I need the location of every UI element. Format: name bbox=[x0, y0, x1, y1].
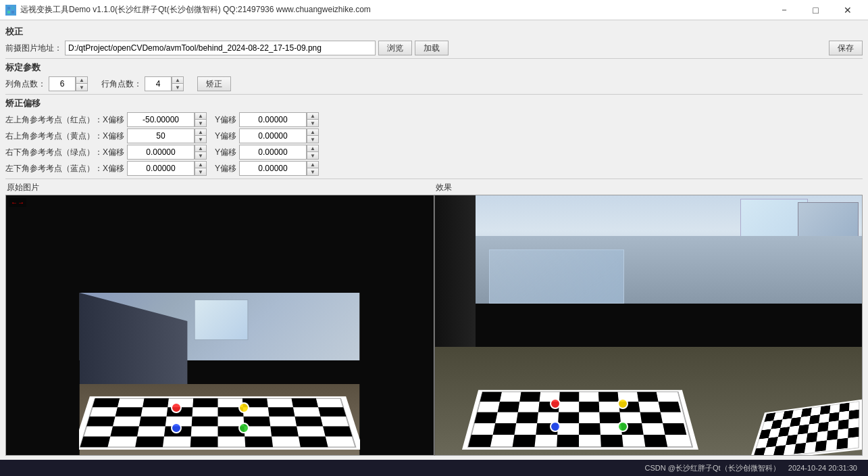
svg-rect-53 bbox=[468, 435, 493, 447]
x-down-0[interactable]: ▼ bbox=[195, 120, 206, 126]
svg-rect-52 bbox=[663, 423, 686, 435]
y-spinbox-2: ▲ ▼ bbox=[239, 145, 319, 160]
marker-blue-left bbox=[171, 423, 182, 433]
x-up-0[interactable]: ▲ bbox=[195, 113, 206, 120]
svg-rect-24 bbox=[271, 426, 299, 436]
x-label-2: X偏移 bbox=[103, 147, 124, 158]
restore-button[interactable]: □ bbox=[800, 3, 831, 18]
y-arrows-0: ▲ ▼ bbox=[307, 112, 319, 127]
x-input-1[interactable] bbox=[127, 128, 195, 143]
params-title: 标定参数 bbox=[5, 62, 863, 74]
offset-row-3: 左下角参考考点（蓝点）： X偏移 ▲ ▼ Y偏移 ▲ ▼ bbox=[5, 161, 863, 176]
correction-offset-section: 矫正偏移 左上角参考考点（红点）： X偏移 ▲ ▼ Y偏移 ▲ bbox=[5, 97, 863, 176]
main-content: 校正 前摄图片地址： 浏览 加载 保存 标定参数 列角点数： ▲ ▼ 行 bbox=[0, 20, 868, 460]
x-down-2[interactable]: ▼ bbox=[195, 152, 206, 159]
red-indicator: ←→ bbox=[9, 198, 26, 207]
svg-rect-54 bbox=[512, 435, 536, 447]
y-down-0[interactable]: ▼ bbox=[307, 120, 318, 126]
svg-rect-15 bbox=[318, 407, 346, 416]
x-down-3[interactable]: ▼ bbox=[195, 168, 206, 175]
calibrate-button[interactable]: 矫正 bbox=[197, 76, 231, 91]
svg-rect-74 bbox=[838, 419, 849, 429]
marker-red-left bbox=[171, 402, 182, 413]
x-down-1[interactable]: ▼ bbox=[195, 136, 206, 143]
y-input-3[interactable] bbox=[239, 161, 307, 176]
footer-text: CSDN @长沙红胖子Qt（长沙创微智科） 2024-10-24 20:31:3… bbox=[645, 463, 857, 473]
x-label-0: X偏移 bbox=[103, 114, 124, 126]
path-input[interactable] bbox=[65, 41, 376, 55]
svg-rect-30 bbox=[299, 437, 328, 448]
svg-rect-0 bbox=[7, 7, 10, 9]
svg-rect-84 bbox=[836, 438, 848, 450]
y-arrows-1: ▲ ▼ bbox=[307, 128, 319, 143]
x-input-3[interactable] bbox=[127, 161, 195, 176]
offset-row-1: 右上角参考考点（黄点）： X偏移 ▲ ▼ Y偏移 ▲ ▼ bbox=[5, 128, 863, 143]
titlebar-controls: － □ ✕ bbox=[769, 3, 863, 18]
save-button[interactable]: 保存 bbox=[829, 41, 863, 55]
y-up-2[interactable]: ▲ bbox=[307, 145, 318, 152]
browse-button[interactable]: 浏览 bbox=[378, 41, 412, 55]
correction-offset-title: 矫正偏移 bbox=[5, 97, 863, 110]
y-arrows-3: ▲ ▼ bbox=[307, 161, 319, 176]
x-label-3: X偏移 bbox=[103, 163, 124, 174]
col-corners-input[interactable] bbox=[49, 76, 76, 91]
y-up-0[interactable]: ▲ bbox=[307, 113, 318, 120]
col-corners-down[interactable]: ▼ bbox=[76, 84, 87, 91]
svg-rect-45 bbox=[558, 412, 579, 423]
row-corners-up[interactable]: ▲ bbox=[172, 77, 183, 84]
svg-rect-27 bbox=[135, 437, 164, 448]
svg-rect-25 bbox=[323, 426, 353, 436]
svg-rect-7 bbox=[143, 398, 169, 407]
svg-rect-62 bbox=[801, 408, 812, 417]
x-input-0[interactable] bbox=[127, 112, 195, 127]
divider-1 bbox=[5, 58, 863, 59]
row-corners-down[interactable]: ▼ bbox=[172, 84, 183, 91]
footer: CSDN @长沙红胖子Qt（长沙创微智科） 2024-10-24 20:31:3… bbox=[0, 460, 868, 476]
load-button[interactable]: 加载 bbox=[415, 41, 449, 55]
svg-rect-6 bbox=[93, 398, 120, 407]
marker-blue-right bbox=[550, 421, 561, 432]
svg-rect-37 bbox=[637, 392, 659, 402]
svg-rect-79 bbox=[848, 427, 859, 438]
minimize-button[interactable]: － bbox=[769, 3, 799, 18]
y-up-1[interactable]: ▲ bbox=[307, 129, 318, 136]
marker-green-left bbox=[238, 423, 249, 433]
col-corners-spinbox: ▲ ▼ bbox=[49, 76, 88, 91]
left-photo bbox=[80, 293, 360, 455]
x-arrows-3: ▲ ▼ bbox=[195, 161, 207, 176]
footer-brand: CSDN @长沙红胖子Qt（长沙创微智科） bbox=[645, 464, 780, 472]
x-arrows-0: ▲ ▼ bbox=[195, 112, 207, 127]
row-corners-arrows: ▲ ▼ bbox=[172, 76, 184, 91]
row-corners-input[interactable] bbox=[145, 76, 172, 91]
offset-row-2: 右下角参考考点（绿点）： X偏移 ▲ ▼ Y偏移 ▲ ▼ bbox=[5, 145, 863, 160]
right-image-panel bbox=[434, 195, 863, 456]
x-arrows-2: ▲ ▼ bbox=[195, 145, 207, 160]
app-icon bbox=[5, 5, 16, 16]
path-label: 前摄图片地址： bbox=[5, 43, 62, 54]
y-label-0: Y偏移 bbox=[215, 114, 236, 126]
svg-rect-64 bbox=[839, 403, 849, 412]
x-input-2[interactable] bbox=[127, 145, 195, 160]
y-label-3: Y偏移 bbox=[215, 163, 236, 174]
y-input-2[interactable] bbox=[239, 145, 307, 160]
calibration-title: 校正 bbox=[5, 26, 863, 38]
y-down-2[interactable]: ▼ bbox=[307, 152, 318, 159]
svg-rect-29 bbox=[245, 437, 274, 448]
y-input-0[interactable] bbox=[239, 112, 307, 127]
x-spinbox-3: ▲ ▼ bbox=[127, 161, 207, 176]
col-corners-up[interactable]: ▲ bbox=[76, 77, 87, 84]
offset-label-0: 左上角参考考点（红点）： bbox=[5, 114, 100, 126]
calibration-section: 校正 前摄图片地址： 浏览 加载 保存 标定参数 列角点数： ▲ ▼ 行 bbox=[5, 24, 863, 195]
y-down-1[interactable]: ▼ bbox=[307, 136, 318, 143]
svg-rect-73 bbox=[817, 422, 828, 432]
svg-rect-17 bbox=[139, 416, 167, 426]
x-up-3[interactable]: ▲ bbox=[195, 162, 206, 168]
svg-rect-26 bbox=[80, 437, 111, 448]
y-down-3[interactable]: ▼ bbox=[307, 168, 318, 175]
row-corners-spinbox: ▲ ▼ bbox=[145, 76, 184, 91]
close-button[interactable]: ✕ bbox=[832, 3, 863, 18]
y-input-1[interactable] bbox=[239, 128, 307, 143]
x-up-1[interactable]: ▲ bbox=[195, 129, 206, 136]
y-up-3[interactable]: ▲ bbox=[307, 162, 318, 168]
x-up-2[interactable]: ▲ bbox=[195, 145, 206, 152]
